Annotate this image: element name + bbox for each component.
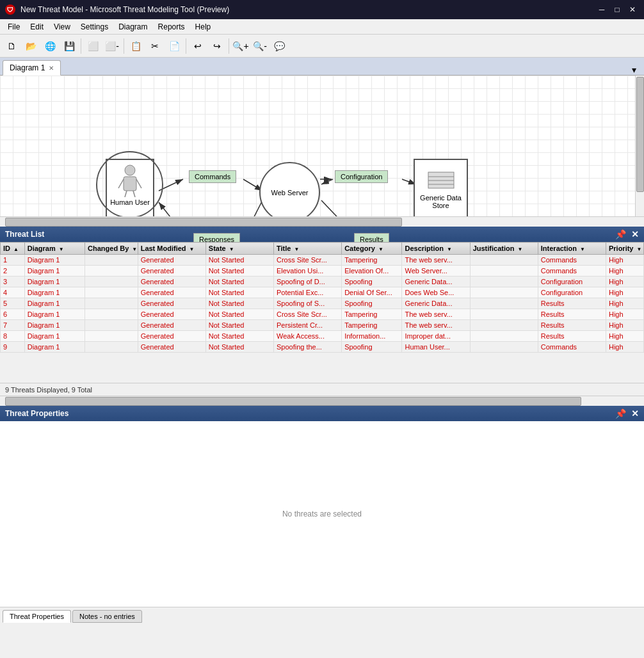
table-cell: Generated [138, 320, 205, 331]
threat-props-controls: 📌 ✕ [615, 408, 639, 419]
save-button[interactable]: 💾 [60, 37, 78, 55]
tab-menu-button[interactable]: ▾ [632, 65, 636, 75]
table-cell: High [606, 277, 643, 287]
table-cell: Generated [138, 266, 205, 277]
bottom-tab-threat-properties[interactable]: Threat Properties [3, 610, 71, 623]
col-header-justification[interactable]: Justification ▼ [470, 243, 538, 255]
undo-button[interactable]: ↩ [189, 37, 207, 55]
diagram-vscroll-thumb[interactable] [636, 77, 644, 192]
threat-table-container[interactable]: ID ▲ Diagram ▼ Changed By ▼ Last Modifie… [0, 242, 644, 383]
open-button[interactable]: 📂 [22, 37, 40, 55]
col-header-priority[interactable]: Priority ▼ [606, 243, 643, 255]
table-row[interactable]: 9Diagram 1GeneratedNot StartedSpoofing t… [1, 342, 644, 353]
table-row[interactable]: 8Diagram 1GeneratedNot StartedWeak Acces… [1, 331, 644, 342]
menu-file[interactable]: File [3, 21, 25, 33]
table-cell: Generated [138, 287, 205, 298]
table-cell: Elevation Of... [342, 266, 402, 277]
col-header-changedby[interactable]: Changed By ▼ [85, 243, 138, 255]
toolbar: 🗋 📂 🌐 💾 ⬜ ⬜- 📋 ✂ 📄 ↩ ↪ 🔍+ 🔍- 💬 [0, 35, 644, 58]
svg-line-4 [159, 202, 189, 216]
diagram-grid: Human User Commands Web Server Configura… [0, 76, 644, 216]
bottom-tab-notes[interactable]: Notes - no entries [72, 610, 142, 623]
col-header-category[interactable]: Category ▼ [342, 243, 402, 255]
no-threats-message: No threats are selected [282, 510, 362, 518]
threat-list-header: Threat List 📌 ✕ [0, 227, 644, 242]
table-cell: Not Started [205, 277, 273, 287]
diagram-hscroll-thumb[interactable] [5, 218, 402, 227]
new-diagram-button[interactable]: ⬜ [84, 37, 102, 55]
threat-props-pin-icon[interactable]: 📌 [615, 408, 626, 419]
configuration-text: Configuration [341, 173, 382, 181]
paste-button[interactable]: 📄 [165, 37, 183, 55]
table-cell: Not Started [205, 287, 273, 298]
new-button[interactable]: 🗋 [3, 37, 20, 55]
col-header-title[interactable]: Title ▼ [273, 243, 341, 255]
data-store-element[interactable]: Generic Data Store [414, 159, 468, 220]
threat-hscroll-thumb[interactable] [5, 397, 581, 406]
tab-diagram1[interactable]: Diagram 1 ✕ [3, 60, 61, 76]
commands-label[interactable]: Commands [189, 170, 236, 183]
pin-icon[interactable]: 📌 [615, 229, 626, 239]
table-cell [470, 266, 538, 277]
minimize-button[interactable]: ─ [595, 3, 608, 16]
threat-count-status: 9 Threats Displayed, 9 Total [5, 386, 92, 394]
diagram-hscroll[interactable] [0, 216, 644, 227]
delete-diagram-button[interactable]: ⬜- [103, 37, 121, 55]
maximize-button[interactable]: □ [611, 3, 624, 16]
table-cell: Cross Site Scr... [273, 309, 341, 320]
col-header-lastmod[interactable]: Last Modified ▼ [138, 243, 205, 255]
table-row[interactable]: 5Diagram 1GeneratedNot StartedSpoofing o… [1, 298, 644, 309]
zoom-in-button[interactable]: 🔍+ [232, 37, 250, 55]
diagram-vscroll[interactable] [635, 76, 644, 216]
cut-button[interactable]: ✂ [146, 37, 164, 55]
table-row[interactable]: 2Diagram 1GeneratedNot StartedElevation … [1, 266, 644, 277]
table-cell [85, 309, 138, 320]
table-cell: Diagram 1 [24, 287, 85, 298]
table-cell: Not Started [205, 298, 273, 309]
table-row[interactable]: 6Diagram 1GeneratedNot StartedCross Site… [1, 309, 644, 320]
menu-edit[interactable]: Edit [25, 21, 49, 33]
data-store-icon [425, 169, 457, 191]
close-button[interactable]: ✕ [626, 3, 639, 16]
table-cell: Commands [538, 266, 606, 277]
col-header-interaction[interactable]: Interaction ▼ [538, 243, 606, 255]
table-cell [85, 255, 138, 266]
table-cell: Elevation Usi... [273, 266, 341, 277]
table-cell: Generated [138, 342, 205, 353]
tab-diagram1-label: Diagram 1 [10, 63, 45, 72]
threat-model-button[interactable]: 🌐 [41, 37, 59, 55]
threat-props-content: No threats are selected [0, 421, 644, 607]
table-cell: Configuration [538, 287, 606, 298]
table-cell: Generated [138, 298, 205, 309]
svg-line-8 [321, 200, 360, 216]
table-cell: Generic Data... [402, 298, 470, 309]
table-row[interactable]: 4Diagram 1GeneratedNot StartedPotential … [1, 287, 644, 298]
menu-reports[interactable]: Reports [153, 21, 190, 33]
col-header-state[interactable]: State ▼ [205, 243, 273, 255]
table-row[interactable]: 7Diagram 1GeneratedNot StartedPersistent… [1, 320, 644, 331]
table-row[interactable]: 3Diagram 1GeneratedNot StartedSpoofing o… [1, 277, 644, 287]
menu-settings[interactable]: Settings [76, 21, 113, 33]
table-cell [470, 277, 538, 287]
col-header-id[interactable]: ID ▲ [1, 243, 25, 255]
tab-close-icon[interactable]: ✕ [49, 65, 54, 72]
zoom-out-button[interactable]: 🔍- [251, 37, 269, 55]
threat-hscroll[interactable] [0, 396, 644, 406]
close-threat-list-icon[interactable]: ✕ [631, 229, 639, 239]
menu-view[interactable]: View [49, 21, 76, 33]
threat-props-close-icon[interactable]: ✕ [631, 408, 639, 419]
table-row[interactable]: 1Diagram 1GeneratedNot StartedCross Site… [1, 255, 644, 266]
comment-button[interactable]: 💬 [270, 37, 288, 55]
redo-button[interactable]: ↪ [208, 37, 226, 55]
col-header-diagram[interactable]: Diagram ▼ [24, 243, 85, 255]
menu-help[interactable]: Help [190, 21, 216, 33]
configuration-label[interactable]: Configuration [335, 170, 388, 183]
table-cell: Tampering [342, 320, 402, 331]
table-cell: Configuration [538, 277, 606, 287]
table-cell: High [606, 287, 643, 298]
col-header-description[interactable]: Description ▼ [402, 243, 470, 255]
menu-diagram[interactable]: Diagram [113, 21, 152, 33]
table-cell: Human User... [402, 342, 470, 353]
web-server-element[interactable]: Web Server [259, 162, 320, 223]
copy-button[interactable]: 📋 [127, 37, 145, 55]
